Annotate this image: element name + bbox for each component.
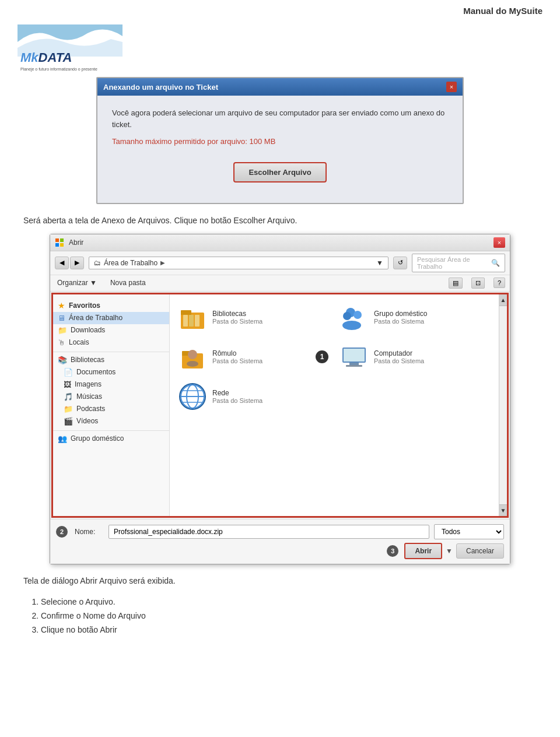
svg-rect-8 <box>195 315 200 327</box>
svg-point-12 <box>342 321 361 330</box>
new-folder-button[interactable]: Nova pasta <box>108 278 148 288</box>
file-content: Bibliotecas Pasta do Sistema <box>170 294 499 516</box>
search-placeholder-text: Pesquisar Área de Trabalho <box>417 256 488 270</box>
filename-row: 2 Nome: Todos <box>56 524 504 539</box>
annex-dialog-titlebar: Anexando um arquivo no Ticket × <box>97 78 463 96</box>
sidebar-item-downloads[interactable]: 📁 Downloads <box>53 324 169 336</box>
view-button[interactable]: ▤ <box>449 278 463 289</box>
sidebar-item-grupo-domestico[interactable]: 👥 Grupo doméstico <box>53 433 169 445</box>
computador-icon <box>340 343 368 371</box>
imagens-icon: 🖼 <box>64 380 71 389</box>
computador-item-type: Pasta do Sistema <box>374 357 490 364</box>
desktop-icon: 🖥 <box>58 314 65 322</box>
forward-button[interactable]: ▶ <box>70 257 84 269</box>
grupo-item-name: Grupo doméstico <box>374 310 490 318</box>
windows-icon <box>55 238 64 247</box>
file-item-grupo[interactable]: Grupo doméstico Pasta do Sistema <box>337 300 493 334</box>
sidebar-item-videos[interactable]: 🎬 Vídeos <box>53 415 169 427</box>
svg-point-15 <box>188 350 197 359</box>
file-dialog-close-button[interactable]: × <box>494 237 505 248</box>
rede-item-type: Pasta do Sistema <box>212 397 328 404</box>
bibliotecas-folder-icon <box>178 303 206 331</box>
logo-tagline: Planeje o futuro informatizando o presen… <box>20 67 97 71</box>
sidebar-item-area-trabalho[interactable]: 🖥 Área de Trabalho <box>53 312 169 324</box>
back-button[interactable]: ◀ <box>55 257 69 269</box>
file-item-romulo[interactable]: Rômulo Pasta do Sistema 1 <box>176 340 331 374</box>
step-3-text: Clique no botão Abrir <box>41 625 117 634</box>
footer-buttons: 3 Abrir ▼ Cancelar <box>56 543 504 559</box>
step-2: Confirme o Nome do Arquivo <box>41 611 537 620</box>
view-button-2[interactable]: ⊡ <box>471 278 485 289</box>
main-content: Anexando um arquivo no Ticket × Você ago… <box>0 77 560 664</box>
close-icon: × <box>450 83 453 90</box>
open-button[interactable]: Abrir <box>404 543 442 559</box>
annex-dialog-title: Anexando um arquivo no Ticket <box>103 83 218 92</box>
grupo-item-info: Grupo doméstico Pasta do Sistema <box>374 310 490 325</box>
svg-point-10 <box>354 311 362 319</box>
favorites-section: ★ Favoritos 🖥 Área de Trabalho 📁 Downloa… <box>53 299 169 349</box>
svg-rect-3 <box>60 243 64 247</box>
step-2-text: Confirme o Nome do Arquivo <box>41 611 146 620</box>
rede-item-info: Rede Pasta do Sistema <box>212 389 328 404</box>
file-item-computador[interactable]: Computador Pasta do Sistema <box>337 340 493 374</box>
steps-list: Selecione o Arquivo. Confirme o Nome do … <box>41 597 537 634</box>
sidebar-item-imagens[interactable]: 🖼 Imagens <box>53 378 169 391</box>
sidebar-label-bibliotecas: Bibliotecas <box>71 356 104 364</box>
filename-input[interactable] <box>108 525 429 539</box>
sidebar-item-podcasts[interactable]: 📁 Podcasts <box>53 403 169 415</box>
file-dialog-titlebar: Abrir × <box>50 234 510 251</box>
videos-icon: 🎬 <box>64 417 73 426</box>
file-browser-body: ★ Favoritos 🖥 Área de Trabalho 📁 Downloa… <box>51 293 509 518</box>
choose-file-button[interactable]: Escolher Arquivo <box>233 162 326 183</box>
logo-area: Mk DATA Planeje o futuro informatizando … <box>0 19 560 77</box>
filetype-select[interactable]: Todos <box>434 524 504 539</box>
sidebar-label-imagens: Imagens <box>75 380 102 388</box>
logo-container: Mk DATA Planeje o futuro informatizando … <box>18 24 123 65</box>
sidebar-label-videos: Vídeos <box>76 417 98 425</box>
annex-dialog: Anexando um arquivo no Ticket × Você ago… <box>96 77 464 204</box>
sidebar-item-locais[interactable]: 🖱 Locais <box>53 336 169 349</box>
description-2: Tela de diálogo Abrir Arquivo será exibi… <box>23 576 537 585</box>
folder-icon: 🗂 <box>94 259 101 267</box>
file-content-wrapper: Bibliotecas Pasta do Sistema <box>170 294 499 516</box>
address-bar[interactable]: 🗂 Área de Trabalho ▶ ▼ <box>89 257 388 269</box>
sidebar-item-bibliotecas[interactable]: 📚 Bibliotecas <box>53 354 169 366</box>
nav-btn-group: ◀ ▶ <box>55 257 84 269</box>
help-button[interactable]: ? <box>494 278 505 288</box>
organize-menu-button[interactable]: Organizar ▼ <box>55 278 99 288</box>
file-item-bibliotecas[interactable]: Bibliotecas Pasta do Sistema <box>176 300 331 334</box>
sidebar-item-musicas[interactable]: 🎵 Músicas <box>53 391 169 403</box>
scroll-up-button[interactable]: ▲ <box>499 294 507 306</box>
favorites-label: Favoritos <box>69 301 100 310</box>
cancel-button[interactable]: Cancelar <box>456 543 504 559</box>
file-item-rede[interactable]: Rede Pasta do Sistema <box>176 380 331 413</box>
sidebar-divider-2 <box>53 430 169 431</box>
sidebar-label-desktop: Área de Trabalho <box>69 314 123 322</box>
file-dialog-menu: Organizar ▼ Nova pasta ▤ ⊡ ? <box>50 275 510 292</box>
annex-dialog-close-button[interactable]: × <box>446 82 457 92</box>
svg-rect-6 <box>183 315 188 327</box>
svg-rect-5 <box>181 310 191 315</box>
step-1: Selecione o Arquivo. <box>41 597 537 606</box>
sidebar-item-documentos[interactable]: 📄 Documentos <box>53 366 169 378</box>
sidebar-divider-1 <box>53 352 169 352</box>
libraries-section: 📚 Bibliotecas 📄 Documentos 🖼 Imagens 🎵 M… <box>53 354 169 427</box>
address-content: 🗂 Área de Trabalho ▶ <box>94 259 165 267</box>
svg-rect-19 <box>349 363 359 365</box>
sidebar-label-locais: Locais <box>69 338 89 346</box>
bibliotecas-item-info: Bibliotecas Pasta do Sistema <box>212 310 328 325</box>
search-bar[interactable]: Pesquisar Área de Trabalho 🔍 <box>412 254 505 272</box>
locais-icon: 🖱 <box>58 338 65 347</box>
open-dropdown-icon[interactable]: ▼ <box>446 547 453 555</box>
sidebar-label-musicas: Músicas <box>76 392 102 401</box>
description-1: Será aberta a tela de Anexo de Arquivos.… <box>18 216 542 225</box>
filename-label: Nome: <box>75 528 104 536</box>
sidebar-label-podcasts: Podcasts <box>76 405 105 413</box>
scroll-down-button[interactable]: ▼ <box>499 504 507 516</box>
scrollbar[interactable]: ▲ ▼ <box>499 294 507 516</box>
star-icon: ★ <box>58 301 65 310</box>
address-arrow-icon: ▶ <box>160 259 165 266</box>
refresh-button[interactable]: ↺ <box>393 257 407 269</box>
svg-point-11 <box>343 312 351 320</box>
annex-dialog-footer: Escolher Arquivo <box>112 162 448 188</box>
